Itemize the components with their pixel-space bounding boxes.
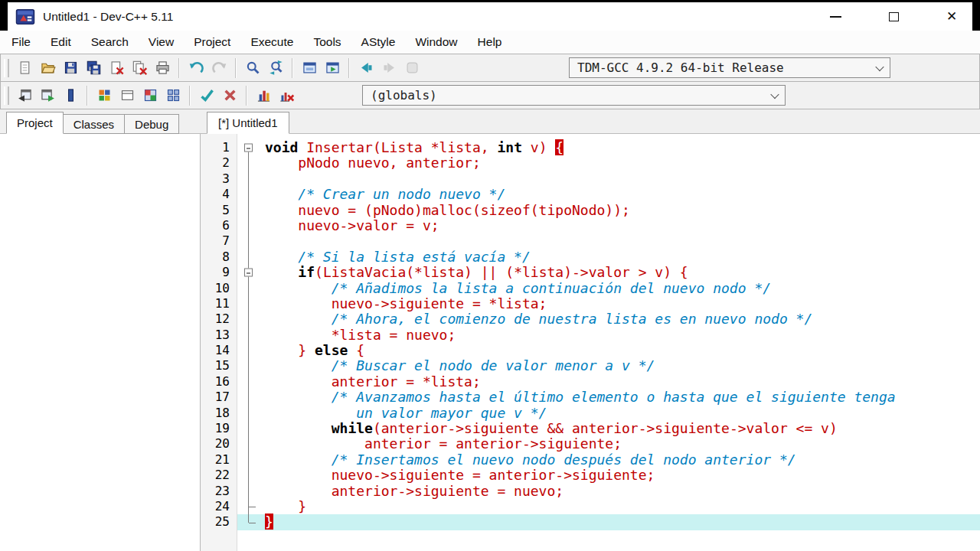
line-number[interactable]: 18 [201, 406, 237, 421]
chart-bars-icon [256, 87, 272, 103]
main-area: 1void Insertar(Lista *lista, int v) {2 p… [0, 134, 980, 551]
fold-toggle[interactable] [237, 140, 260, 155]
undock-button[interactable] [13, 85, 36, 106]
debug-button[interactable] [400, 57, 423, 79]
configure-button[interactable] [162, 85, 185, 106]
line-number[interactable]: 21 [201, 452, 237, 468]
cross-red-icon [222, 87, 238, 103]
page-close-icon [109, 60, 125, 76]
menu-help[interactable]: Help [468, 31, 512, 54]
line-number[interactable]: 4 [201, 187, 237, 202]
line-number[interactable]: 13 [201, 328, 237, 343]
globals-select[interactable]: (globals) [362, 85, 786, 106]
code-line: 4 /* Crear un nodo nuevo */ [201, 187, 980, 202]
close-button[interactable]: ✕ [939, 4, 965, 30]
menu-astyle[interactable]: AStyle [351, 31, 406, 54]
editor-tabs: [*] Untitled1 [207, 112, 289, 134]
arrow-left-icon [358, 60, 374, 76]
line-number[interactable]: 15 [201, 358, 237, 373]
grid-small-icon [165, 87, 181, 103]
menu-file[interactable]: File [2, 31, 41, 54]
line-number[interactable]: 14 [201, 343, 237, 358]
project-options-button[interactable] [139, 85, 162, 106]
project-panel[interactable] [0, 134, 201, 551]
panel-tab-classes[interactable]: Classes [64, 114, 125, 134]
line-number[interactable]: 12 [201, 311, 237, 327]
maximize-button[interactable] [880, 4, 906, 30]
menu-window[interactable]: Window [405, 31, 467, 54]
line-number[interactable]: 16 [201, 374, 237, 390]
toolbar-separator [292, 58, 293, 78]
code-text: nuevo->valor = v; [260, 218, 980, 233]
editor-tab[interactable]: [*] Untitled1 [207, 112, 289, 134]
magnifier-replace-icon [268, 60, 284, 76]
line-number[interactable]: 11 [201, 296, 237, 311]
fold-line [237, 171, 260, 187]
back-button[interactable] [354, 57, 377, 79]
profile-button[interactable] [252, 85, 275, 106]
replace-button[interactable] [264, 57, 287, 79]
code-line: 22 nuevo->siguiente = anterior->siguient… [201, 468, 980, 483]
menu-execute[interactable]: Execute [240, 31, 303, 54]
code-text: /* Si la lista está vacía */ [260, 249, 980, 265]
new-file-button[interactable] [13, 57, 36, 79]
profile-delete-button[interactable] [275, 85, 298, 106]
open-file-button[interactable] [36, 57, 59, 79]
line-number[interactable]: 20 [201, 436, 237, 452]
minimize-button[interactable] [822, 4, 848, 30]
code-editor[interactable]: 1void Insertar(Lista *lista, int v) {2 p… [201, 134, 980, 551]
fold-toggle[interactable] [237, 265, 260, 280]
line-number[interactable]: 17 [201, 390, 237, 405]
code-line: 21 /* Insertamos el nuevo nodo después d… [201, 452, 980, 468]
line-number[interactable]: 10 [201, 281, 237, 296]
panel-tab-debug[interactable]: Debug [125, 114, 179, 134]
find-button[interactable] [241, 57, 264, 79]
close-file-button[interactable] [105, 57, 128, 79]
window-run-icon [325, 60, 341, 76]
toolbar-grip[interactable] [4, 59, 9, 77]
menu-view[interactable]: View [139, 31, 184, 54]
toolbar-separator [246, 86, 247, 106]
line-number[interactable]: 6 [201, 218, 237, 233]
code-text: un valor mayor que v */ [260, 406, 980, 421]
window-list-button[interactable] [116, 85, 139, 106]
save-all-button[interactable] [82, 57, 105, 79]
menu-project[interactable]: Project [184, 31, 240, 54]
undo-button[interactable] [185, 57, 207, 79]
menu-search[interactable]: Search [81, 31, 139, 54]
line-number[interactable]: 7 [201, 233, 237, 249]
print-button[interactable] [151, 57, 174, 79]
line-number[interactable]: 2 [201, 155, 237, 171]
toolbar-grip[interactable] [4, 86, 9, 105]
code-line: 13 *lista = nuevo; [201, 328, 980, 343]
menu-edit[interactable]: Edit [41, 31, 81, 54]
line-number[interactable]: 8 [201, 249, 237, 265]
bookmark-button[interactable] [59, 85, 82, 106]
line-number[interactable]: 5 [201, 203, 237, 218]
syntax-check-button[interactable] [195, 85, 218, 106]
line-number[interactable]: 3 [201, 171, 237, 187]
line-number[interactable]: 22 [201, 468, 237, 483]
save-button[interactable] [59, 57, 82, 79]
toolbar-main-buttons [13, 57, 423, 79]
redo-button[interactable] [207, 57, 230, 79]
new-project-button[interactable] [93, 85, 116, 106]
forward-button[interactable] [377, 57, 400, 79]
line-number[interactable]: 9 [201, 265, 237, 280]
abort-button[interactable] [218, 85, 241, 106]
line-number[interactable]: 1 [201, 140, 237, 155]
line-number[interactable]: 25 [201, 514, 237, 530]
run-button[interactable] [321, 57, 344, 79]
compile-button[interactable] [298, 57, 321, 79]
fold-line [237, 484, 260, 499]
code-text: /* Crear un nodo nuevo */ [260, 187, 980, 202]
line-number[interactable]: 19 [201, 421, 237, 436]
panel-tab-project[interactable]: Project [6, 112, 64, 134]
line-number[interactable]: 23 [201, 484, 237, 499]
code-line: 14 } else { [201, 343, 980, 358]
close-all-button[interactable] [128, 57, 151, 79]
line-number[interactable]: 24 [201, 499, 237, 514]
goto-button[interactable] [36, 85, 59, 106]
compiler-select[interactable]: TDM-GCC 4.9.2 64-bit Release [569, 57, 890, 78]
menu-tools[interactable]: Tools [303, 31, 351, 54]
